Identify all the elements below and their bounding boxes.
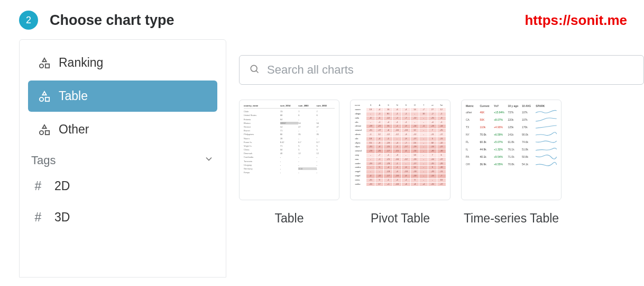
step-number-badge: 2 — [19, 11, 38, 30]
svg-line-7 — [256, 71, 259, 73]
tag-label: 2D — [54, 179, 70, 193]
category-other[interactable]: Other — [28, 114, 217, 145]
svg-point-6 — [251, 65, 257, 72]
svg-point-2 — [40, 97, 43, 101]
chart-gallery-main: country_namesum_2014sum_2003sum_2002 Chi… — [226, 39, 644, 278]
svg-point-4 — [40, 130, 43, 134]
chart-option-timeseries-table[interactable]: MetricCurrentYoY10 y ago10 AVGSPARK othe… — [461, 100, 562, 227]
category-table[interactable]: Table — [28, 81, 217, 112]
tag-2d[interactable]: # 2D — [20, 171, 226, 202]
chart-option-label: Time-series Table — [464, 210, 559, 227]
page-title: Choose chart type — [50, 12, 174, 29]
chart-option-label: Table — [275, 210, 304, 227]
chart-thumbnail-timeseries: MetricCurrentYoY10 y ago10 AVGSPARK othe… — [461, 100, 562, 200]
svg-rect-5 — [45, 130, 49, 134]
tag-3d[interactable]: # 3D — [20, 202, 226, 233]
chart-thumbnail-pivot: nameSASNSDTotTot aaron13-416-6-414-72712… — [350, 100, 450, 200]
hash-icon: # — [32, 210, 44, 225]
tags-section-toggle[interactable]: Tags — [20, 147, 226, 171]
category-label: Other — [59, 122, 89, 137]
search-container — [239, 55, 644, 85]
search-icon — [249, 64, 260, 76]
svg-point-0 — [40, 64, 43, 67]
tags-section-label: Tags — [31, 154, 56, 167]
chart-thumbnail-table: country_namesum_2014sum_2003sum_2002 Chi… — [239, 100, 339, 200]
chart-option-table[interactable]: country_namesum_2014sum_2003sum_2002 Chi… — [239, 100, 339, 227]
search-input[interactable] — [267, 63, 634, 77]
chevron-down-icon — [204, 154, 214, 167]
hash-icon: # — [32, 179, 44, 193]
category-label: Table — [59, 89, 88, 103]
chart-option-pivot-table[interactable]: nameSASNSDTotTot aaron13-416-6-414-72712… — [350, 100, 450, 227]
chart-category-sidebar: Ranking Table Other — [19, 39, 226, 278]
category-label: Ranking — [59, 56, 103, 70]
shapes-icon — [39, 57, 50, 69]
svg-rect-3 — [45, 97, 49, 101]
chart-option-label: Pivot Table — [371, 210, 430, 227]
watermark-text: https://sonit.me — [525, 12, 627, 29]
category-ranking[interactable]: Ranking — [28, 47, 217, 78]
svg-rect-1 — [45, 64, 49, 67]
tag-label: 3D — [54, 210, 70, 225]
shapes-icon — [39, 124, 50, 136]
shapes-icon — [39, 91, 50, 102]
